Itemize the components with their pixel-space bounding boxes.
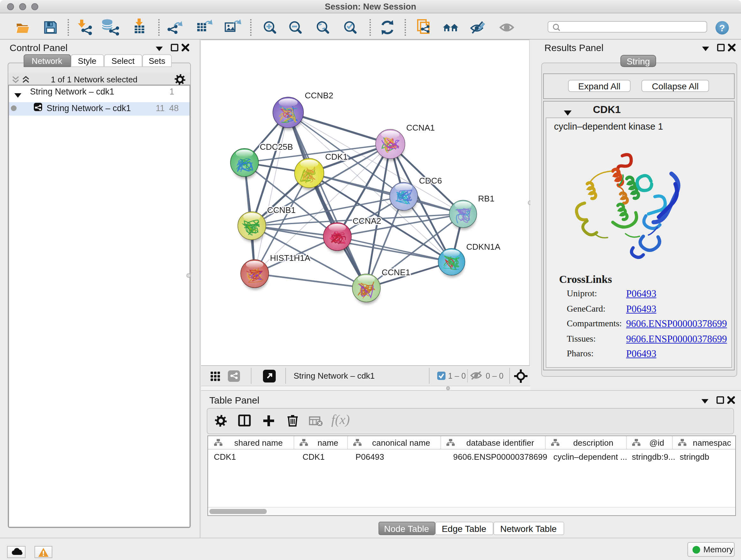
- svg-text:CDK1: CDK1: [325, 152, 347, 162]
- svg-text:CDC6: CDC6: [419, 176, 442, 186]
- svg-text:CCNB1: CCNB1: [267, 205, 295, 215]
- svg-text:HIST1H1A: HIST1H1A: [270, 253, 311, 263]
- svg-text:CDKN1A: CDKN1A: [466, 242, 500, 252]
- svg-text:CCNB2: CCNB2: [305, 91, 333, 100]
- svg-text:CCNA1: CCNA1: [406, 123, 434, 132]
- svg-text:CDC25B: CDC25B: [260, 142, 293, 152]
- svg-text:RB1: RB1: [478, 194, 494, 203]
- svg-text:CCNE1: CCNE1: [382, 267, 410, 277]
- svg-text:CCNA2: CCNA2: [353, 216, 381, 226]
